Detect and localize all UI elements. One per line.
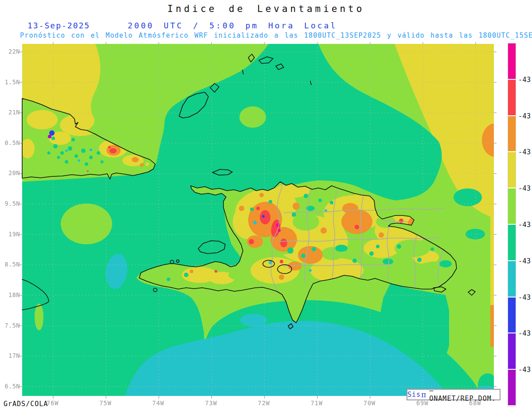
y-axis-tick-label: 21N: [0, 109, 20, 116]
y-axis-tick-label: 6.5N: [0, 383, 20, 390]
colorbar-tick-label: -43.1: [518, 112, 532, 120]
colorbar-segment: [508, 297, 516, 334]
x-axis-tick-label: 72W: [258, 399, 270, 407]
x-axis-tick-label: 76W: [47, 399, 59, 407]
pi-symbol: π: [421, 390, 426, 399]
y-axis-tick-label: 22N: [0, 48, 20, 55]
colorbar: [508, 43, 516, 406]
colorbar-segment: [508, 188, 516, 225]
weather-chart-page: Indice de Levantamiento 13-Sep-2025 2000…: [0, 0, 532, 411]
colorbar-tick-label: -43.3: [518, 184, 532, 192]
colorbar-tick-label: -43.4: [518, 221, 532, 229]
grads-credit: GrADS/COLA: [4, 400, 48, 408]
x-axis-tick-label: 73W: [205, 399, 217, 407]
colorbar-tick-label: -43.7: [518, 329, 532, 337]
forecast-map: [0, 0, 532, 411]
y-axis-tick-label: 9.5N: [0, 200, 20, 207]
y-axis-tick-label: 7.5N: [0, 322, 20, 329]
y-axis-tick-label: 17N: [0, 352, 20, 359]
colorbar-segment: [508, 333, 516, 370]
colorbar-segment: [508, 225, 516, 261]
colorbar-tick-label: -43.8: [518, 366, 532, 374]
colorbar-segment: [508, 370, 516, 406]
y-axis-tick-label: 1.5N: [0, 78, 20, 86]
x-axis-tick-label: 70W: [364, 399, 376, 407]
colorbar-tick-label: -43.6: [518, 294, 532, 301]
brand-prefix: Sis: [407, 391, 421, 399]
x-axis-tick-label: 69W: [416, 399, 428, 407]
brand-box: Sis π – ONAMET/REP.DOM.: [407, 389, 501, 400]
y-axis-tick-label: 8.5N: [0, 261, 20, 268]
y-axis-tick-label: 18N: [0, 291, 20, 298]
y-axis-tick-label: 0.5N: [0, 139, 20, 146]
colorbar-tick-label: -43.2: [518, 148, 532, 156]
x-axis-tick-label: 74W: [152, 399, 164, 407]
x-axis-tick-label: 71W: [311, 399, 323, 407]
brand-suffix: – ONAMET/REP.DOM.: [429, 387, 500, 403]
colorbar-tick-label: -43.5: [518, 257, 532, 265]
colorbar-segment: [508, 116, 516, 153]
y-axis-tick-label: 20N: [0, 169, 20, 176]
colorbar-tick-label: -43: [518, 76, 531, 84]
x-axis-tick-label: 75W: [99, 399, 111, 407]
colorbar-segment: [508, 80, 516, 116]
colorbar-segment: [508, 152, 516, 188]
y-axis-tick-label: 19N: [0, 231, 20, 238]
colorbar-segment: [508, 261, 516, 297]
colorbar-segment: [508, 43, 516, 80]
